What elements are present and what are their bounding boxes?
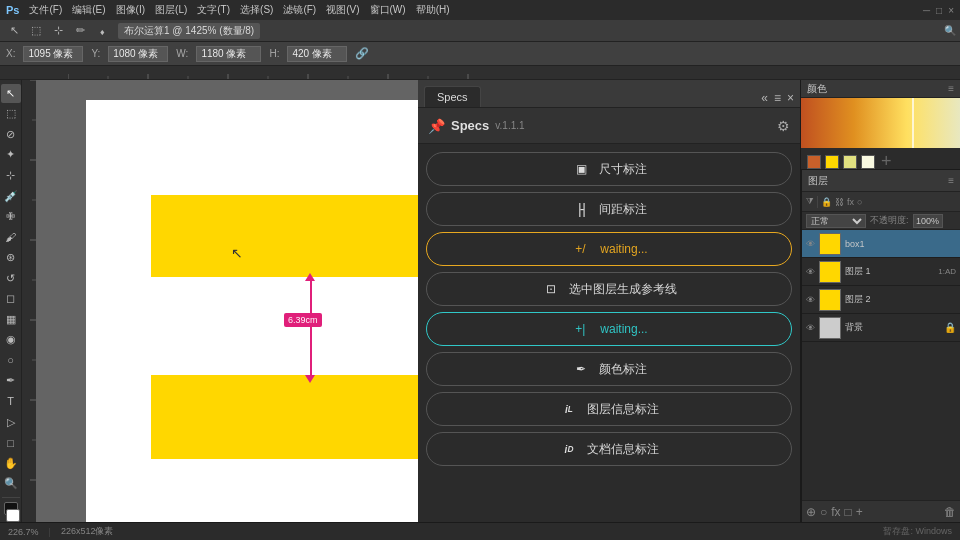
- layers-menu-icon[interactable]: ≡: [948, 175, 954, 186]
- tool-stamp[interactable]: ⊛: [1, 248, 21, 267]
- blend-mode-select[interactable]: 正常: [806, 214, 866, 228]
- lock-icon[interactable]: 🔒: [821, 197, 832, 207]
- window-maximize[interactable]: □: [936, 5, 942, 16]
- reference-line-button[interactable]: ⊡ 选中图层生成参考线: [426, 272, 792, 306]
- status-divider: |: [49, 527, 51, 537]
- menu-select[interactable]: 选择(S): [240, 3, 273, 17]
- doc-info-button[interactable]: iD 文档信息标注: [426, 432, 792, 466]
- tool-history[interactable]: ↺: [1, 269, 21, 288]
- add-fx-icon[interactable]: fx: [831, 505, 840, 519]
- tool-dodge[interactable]: ○: [1, 351, 21, 370]
- tool-magic[interactable]: ✦: [1, 146, 21, 165]
- specs-gear-icon[interactable]: ⚙: [777, 118, 790, 134]
- option-h: H:: [269, 48, 279, 59]
- menu-edit[interactable]: 编辑(E): [72, 3, 105, 17]
- eye-icon-3[interactable]: 👁: [806, 295, 815, 305]
- menu-image[interactable]: 图像(I): [116, 3, 145, 17]
- yellow-box-bottom[interactable]: [151, 375, 418, 459]
- tool-zoom[interactable]: 🔍: [1, 474, 21, 493]
- lock-bg-icon: 🔒: [944, 322, 956, 333]
- tool-hand[interactable]: ✋: [1, 454, 21, 473]
- menu-window[interactable]: 窗口(W): [370, 3, 406, 17]
- option-w-input[interactable]: [196, 46, 261, 62]
- swatch-2[interactable]: [825, 155, 839, 169]
- toolbar-icon-move[interactable]: ↖: [4, 22, 24, 40]
- layer-item-2[interactable]: 👁 图层 1 1:AD: [802, 258, 960, 286]
- specs-tab[interactable]: Specs: [424, 86, 481, 107]
- add-swatch-icon[interactable]: +: [881, 151, 892, 172]
- window-close[interactable]: ×: [948, 5, 954, 16]
- toolbar-icon-select[interactable]: ⬚: [26, 22, 46, 40]
- toolbar-icon-crop[interactable]: ⊹: [48, 22, 68, 40]
- swatch-3[interactable]: [843, 155, 857, 169]
- tool-heal[interactable]: ✙: [1, 207, 21, 226]
- filter-icon[interactable]: ⧩: [806, 196, 814, 207]
- toolbar-icon-brush[interactable]: ✏: [70, 22, 90, 40]
- link-icon[interactable]: 🔗: [355, 47, 369, 60]
- text-waiting-1-label: waiting...: [600, 242, 647, 256]
- layer-name-bg: 背景: [845, 321, 940, 334]
- right-side-panels: 颜色 ≡ + 图层 ≡ ⧩: [800, 80, 960, 522]
- tool-path[interactable]: ▷: [1, 413, 21, 432]
- eye-icon-2[interactable]: 👁: [806, 267, 815, 277]
- tool-move[interactable]: ↖: [1, 84, 21, 103]
- menu-layer[interactable]: 图层(L): [155, 3, 187, 17]
- text-waiting-2-label: waiting...: [600, 322, 647, 336]
- menu-text[interactable]: 文字(T): [197, 3, 230, 17]
- layer-info-button[interactable]: iL 图层信息标注: [426, 392, 792, 426]
- option-h-input[interactable]: [287, 46, 347, 62]
- menu-filter[interactable]: 滤镜(F): [283, 3, 316, 17]
- tool-gradient[interactable]: ▦: [1, 310, 21, 329]
- fx-icon[interactable]: fx: [847, 197, 854, 207]
- option-x-input[interactable]: [23, 46, 83, 62]
- swatch-4[interactable]: [861, 155, 875, 169]
- yellow-box-top[interactable]: [151, 195, 418, 277]
- layers-title: 图层: [808, 174, 828, 188]
- menu-file[interactable]: 文件(F): [29, 3, 62, 17]
- tool-lasso[interactable]: ⊘: [1, 125, 21, 144]
- dimension-annotation-button[interactable]: ▣ 尺寸标注: [426, 152, 792, 186]
- tool-eraser[interactable]: ◻: [1, 289, 21, 308]
- toolbar-icon-fill[interactable]: ⬧: [92, 22, 112, 40]
- tool-crop[interactable]: ⊹: [1, 166, 21, 185]
- menu-view[interactable]: 视图(V): [326, 3, 359, 17]
- status-windows-label: 暂存盘: Windows: [883, 525, 952, 538]
- canvas-area[interactable]: 6.39cm ↖: [36, 80, 418, 522]
- link-layers-icon[interactable]: ⛓: [835, 197, 844, 207]
- color-gradient-bar[interactable]: [801, 98, 960, 148]
- new-group-icon[interactable]: □: [845, 505, 852, 519]
- background-color[interactable]: [6, 509, 20, 522]
- layer-item-bg[interactable]: 👁 背景 🔒: [802, 314, 960, 342]
- close-panel-icon[interactable]: ×: [787, 91, 794, 105]
- spacing-annotation-button[interactable]: |-| 间距标注: [426, 192, 792, 226]
- delete-layer-icon[interactable]: 🗑: [944, 505, 956, 519]
- menu-help[interactable]: 帮助(H): [416, 3, 450, 17]
- layer-item-3[interactable]: 👁 图层 2: [802, 286, 960, 314]
- search-icon[interactable]: 🔍: [944, 25, 956, 36]
- eye-icon-box1[interactable]: 👁: [806, 239, 815, 249]
- layer-item-box1[interactable]: 👁 box1: [802, 230, 960, 258]
- panel-menu-icon[interactable]: ≡: [774, 91, 781, 105]
- add-layer-mask-icon[interactable]: ○: [820, 505, 827, 519]
- dimension-icon: ▣: [571, 159, 591, 179]
- opacity-input[interactable]: [913, 214, 943, 228]
- option-y-input[interactable]: [108, 46, 168, 62]
- add-layer-group-icon[interactable]: ⊕: [806, 505, 816, 519]
- tool-blur[interactable]: ◉: [1, 331, 21, 350]
- text-waiting-1-button[interactable]: +/ waiting...: [426, 232, 792, 266]
- text-waiting-2-button[interactable]: +| waiting...: [426, 312, 792, 346]
- new-layer-icon[interactable]: +: [856, 505, 863, 519]
- tool-shape[interactable]: □: [1, 433, 21, 452]
- window-minimize[interactable]: ─: [923, 5, 930, 16]
- color-panel-menu[interactable]: ≡: [948, 83, 954, 94]
- mask-icon[interactable]: ○: [857, 197, 862, 207]
- swatch-1[interactable]: [807, 155, 821, 169]
- tool-pen[interactable]: ✒: [1, 372, 21, 391]
- tool-brush[interactable]: 🖌: [1, 228, 21, 247]
- color-annotation-button[interactable]: ✒ 颜色标注: [426, 352, 792, 386]
- tool-text[interactable]: T: [1, 392, 21, 411]
- collapse-panels-icon[interactable]: «: [761, 91, 768, 105]
- eye-icon-bg[interactable]: 👁: [806, 323, 815, 333]
- tool-eyedropper[interactable]: 💉: [1, 187, 21, 206]
- tool-select[interactable]: ⬚: [1, 105, 21, 124]
